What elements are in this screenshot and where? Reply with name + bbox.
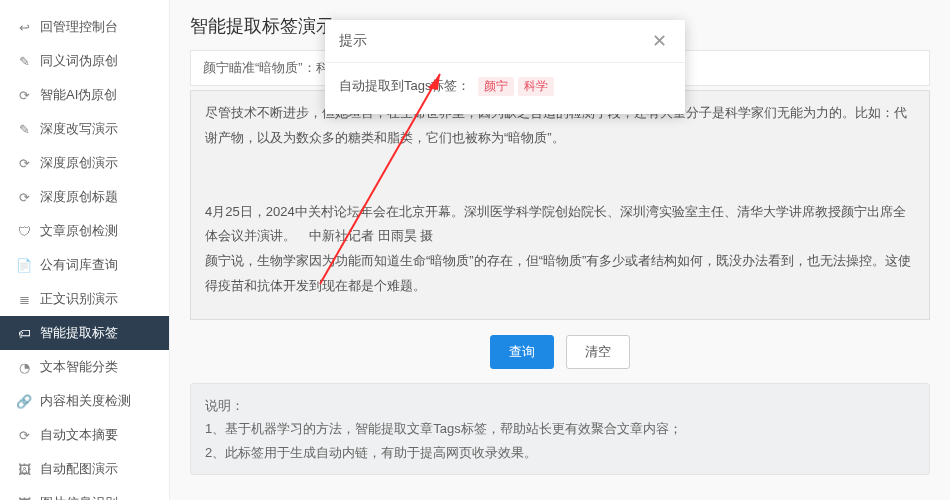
- modal-prefix: 自动提取到Tags标签：: [339, 78, 470, 93]
- sidebar-icon: ⟳: [16, 428, 32, 443]
- sidebar-label: 同义词伪原创: [40, 52, 118, 70]
- modal-title: 提示: [339, 32, 367, 50]
- sidebar-icon: ⟳: [16, 190, 32, 205]
- sidebar-label: 智能提取标签: [40, 324, 118, 342]
- alert-modal: 提示 ✕ 自动提取到Tags标签： 颜宁科学: [325, 20, 685, 114]
- sidebar-item-13[interactable]: 🖼自动配图演示: [0, 452, 169, 486]
- sidebar-label: 深度原创标题: [40, 188, 118, 206]
- sidebar-item-7[interactable]: 📄公有词库查询: [0, 248, 169, 282]
- sidebar-icon: 🖼: [16, 462, 32, 477]
- sidebar-item-6[interactable]: 🛡文章原创检测: [0, 214, 169, 248]
- sidebar-label: 智能AI伪原创: [40, 86, 117, 104]
- sidebar-label: 自动配图演示: [40, 460, 118, 478]
- content-textarea[interactable]: [190, 90, 930, 320]
- sidebar-icon: ⟳: [16, 88, 32, 103]
- sidebar-item-0[interactable]: ↩回管理控制台: [0, 10, 169, 44]
- button-row: 查询 清空: [190, 335, 930, 369]
- sidebar-icon: ↩: [16, 20, 32, 35]
- note-line-2: 2、此标签用于生成自动内链，有助于提高网页收录效果。: [205, 441, 915, 464]
- note-line-1: 1、基于机器学习的方法，智能提取文章Tags标签，帮助站长更有效聚合文章内容；: [205, 417, 915, 440]
- sidebar-item-1[interactable]: ✎同义词伪原创: [0, 44, 169, 78]
- clear-button[interactable]: 清空: [566, 335, 630, 369]
- sidebar-icon: ⟳: [16, 156, 32, 171]
- sidebar-item-3[interactable]: ✎深度改写演示: [0, 112, 169, 146]
- sidebar-item-14[interactable]: 🖼图片信息识别: [0, 486, 169, 500]
- sidebar-item-4[interactable]: ⟳深度原创演示: [0, 146, 169, 180]
- sidebar-icon: 🖼: [16, 496, 32, 501]
- sidebar-icon: ◔: [16, 360, 32, 375]
- sidebar-item-12[interactable]: ⟳自动文本摘要: [0, 418, 169, 452]
- query-button[interactable]: 查询: [490, 335, 554, 369]
- sidebar-label: 正文识别演示: [40, 290, 118, 308]
- modal-body: 自动提取到Tags标签： 颜宁科学: [325, 63, 685, 114]
- sidebar-icon: 🔗: [16, 394, 32, 409]
- sidebar-item-9[interactable]: 🏷智能提取标签: [0, 316, 169, 350]
- sidebar-icon: 📄: [16, 258, 32, 273]
- extracted-tag: 颜宁: [478, 77, 514, 96]
- sidebar-label: 图片信息识别: [40, 494, 118, 500]
- sidebar-label: 深度原创演示: [40, 154, 118, 172]
- sidebar-item-11[interactable]: 🔗内容相关度检测: [0, 384, 169, 418]
- note-box: 说明： 1、基于机器学习的方法，智能提取文章Tags标签，帮助站长更有效聚合文章…: [190, 383, 930, 475]
- sidebar: ↩回管理控制台✎同义词伪原创⟳智能AI伪原创✎深度改写演示⟳深度原创演示⟳深度原…: [0, 0, 170, 500]
- sidebar-label: 公有词库查询: [40, 256, 118, 274]
- sidebar-label: 回管理控制台: [40, 18, 118, 36]
- close-icon[interactable]: ✕: [648, 30, 671, 52]
- sidebar-icon: 🏷: [16, 326, 32, 341]
- sidebar-icon: ✎: [16, 122, 32, 137]
- sidebar-label: 内容相关度检测: [40, 392, 131, 410]
- sidebar-item-5[interactable]: ⟳深度原创标题: [0, 180, 169, 214]
- sidebar-icon: 🛡: [16, 224, 32, 239]
- sidebar-item-8[interactable]: ≣正文识别演示: [0, 282, 169, 316]
- sidebar-icon: ≣: [16, 292, 32, 307]
- sidebar-label: 自动文本摘要: [40, 426, 118, 444]
- extracted-tag: 科学: [518, 77, 554, 96]
- sidebar-label: 文章原创检测: [40, 222, 118, 240]
- sidebar-icon: ✎: [16, 54, 32, 69]
- sidebar-item-2[interactable]: ⟳智能AI伪原创: [0, 78, 169, 112]
- sidebar-label: 文本智能分类: [40, 358, 118, 376]
- sidebar-label: 深度改写演示: [40, 120, 118, 138]
- sidebar-item-10[interactable]: ◔文本智能分类: [0, 350, 169, 384]
- note-heading: 说明：: [205, 394, 915, 417]
